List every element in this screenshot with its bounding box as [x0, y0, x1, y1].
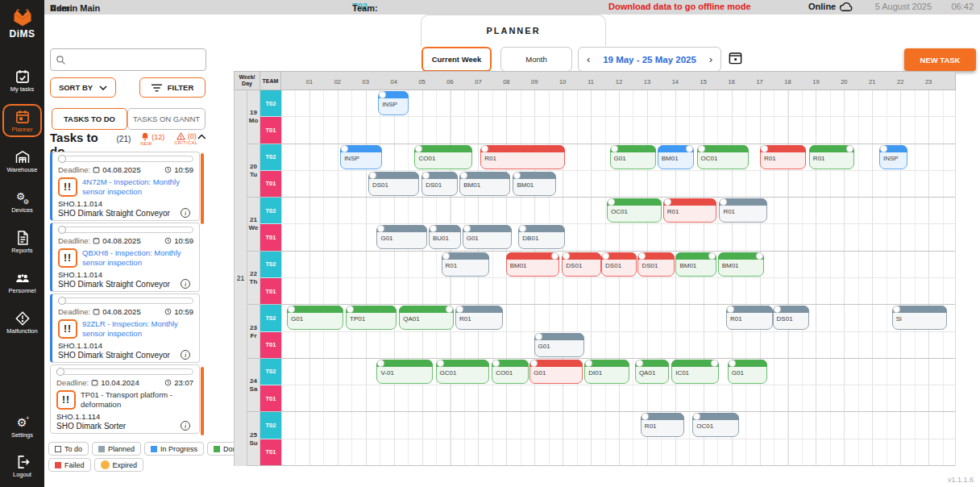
gantt-task-bar[interactable]: BU01	[429, 225, 461, 249]
task-knob[interactable]	[530, 360, 538, 367]
gantt-task-bar[interactable]: V-01	[376, 360, 433, 384]
task-title-link[interactable]: 4N72M - Inspection: Monthly sensor inspe…	[82, 177, 193, 197]
task-knob[interactable]	[377, 360, 384, 367]
team-cell[interactable]: T02	[260, 90, 281, 117]
next-week-icon[interactable]: ›	[709, 54, 712, 65]
task-knob[interactable]	[288, 306, 295, 313]
task-knob[interactable]	[846, 145, 853, 152]
sidebar-item-planner[interactable]: Planner	[2, 104, 42, 137]
card-slider[interactable]	[58, 298, 193, 304]
task-knob[interactable]	[774, 306, 781, 313]
task-knob[interactable]	[519, 225, 526, 232]
task-knob[interactable]	[693, 413, 700, 420]
team-cell[interactable]: T01	[260, 332, 281, 358]
task-knob[interactable]	[456, 306, 463, 313]
team-cell[interactable]: T02	[260, 198, 281, 224]
task-knob[interactable]	[551, 252, 559, 260]
task-title-link[interactable]: TP01 - Transport platform - deformation	[81, 390, 193, 410]
gantt-task-bar[interactable]: CO01	[414, 145, 471, 169]
gantt-task-bar[interactable]: R01	[760, 145, 806, 169]
gantt-task-bar[interactable]: OC01	[692, 413, 738, 437]
filter-button[interactable]: FILTER	[139, 77, 206, 98]
task-knob[interactable]	[698, 145, 705, 152]
task-knob[interactable]	[602, 252, 609, 260]
gantt-task-bar[interactable]: G01	[610, 145, 656, 169]
card-slider-knob[interactable]	[58, 155, 66, 163]
card-slider-knob[interactable]	[58, 226, 66, 234]
task-knob[interactable]	[347, 306, 354, 313]
team-cell[interactable]: T01	[260, 117, 281, 143]
task-knob[interactable]	[446, 306, 453, 313]
gantt-task-bar[interactable]: IC01	[671, 360, 719, 384]
gantt-task-bar[interactable]: DS01	[368, 172, 419, 196]
task-knob[interactable]	[638, 252, 646, 260]
gantt-task-bar[interactable]: Si	[892, 306, 947, 330]
task-knob[interactable]	[422, 172, 430, 179]
task-knob[interactable]	[608, 198, 615, 206]
gantt-task-bar[interactable]: G01	[728, 360, 767, 384]
task-knob[interactable]	[708, 252, 716, 260]
task-knob[interactable]	[642, 413, 649, 420]
info-icon[interactable]: i	[181, 279, 190, 289]
gantt-task-bar[interactable]: INSP	[340, 145, 382, 169]
gantt-task-bar[interactable]: OC01	[697, 145, 749, 169]
sidebar-item-malfunction[interactable]: Malfunction	[2, 306, 42, 339]
card-slider-knob[interactable]	[56, 368, 64, 376]
gantt-task-bar[interactable]: DS01	[421, 172, 458, 196]
info-icon[interactable]: i	[181, 350, 190, 360]
gantt-task-bar[interactable]: BM01	[675, 252, 716, 277]
task-knob[interactable]	[460, 172, 467, 179]
prev-week-icon[interactable]: ‹	[587, 54, 590, 65]
task-knob[interactable]	[585, 360, 592, 367]
gantt-task-bar[interactable]: GC01	[436, 360, 489, 384]
task-knob[interactable]	[727, 306, 734, 313]
gantt-task-bar[interactable]: DI01	[584, 360, 629, 384]
task-knob[interactable]	[481, 145, 488, 152]
task-knob[interactable]	[430, 225, 437, 232]
gantt-task-bar[interactable]: BM01	[506, 252, 559, 277]
gantt-task-bar[interactable]: R01	[455, 306, 503, 330]
gantt-task-bar[interactable]: INSP	[378, 91, 409, 115]
gantt-task-bar[interactable]: R01	[809, 145, 854, 169]
info-icon[interactable]: i	[181, 421, 190, 431]
task-knob[interactable]	[369, 172, 376, 179]
task-knob[interactable]	[513, 172, 521, 179]
gantt-task-bar[interactable]: QA01	[635, 360, 669, 384]
task-knob[interactable]	[437, 360, 444, 367]
sidebar-item-warehouse[interactable]: Warehouse	[2, 144, 42, 177]
task-knob[interactable]	[664, 198, 671, 206]
task-knob[interactable]	[377, 225, 384, 232]
collapse-chevron-icon[interactable]	[197, 134, 206, 139]
task-title-link[interactable]: 92ZLR - Inspection: Monthly sensor inspe…	[82, 319, 193, 339]
task-knob[interactable]	[415, 145, 422, 152]
sidebar-item-devices[interactable]: ⚙⚙Devices	[2, 185, 42, 218]
task-knob[interactable]	[711, 360, 718, 367]
team-cell[interactable]: T02	[260, 144, 281, 171]
gantt-task-bar[interactable]: R01	[641, 413, 684, 437]
team-cell[interactable]: T01	[260, 171, 281, 197]
task-knob[interactable]	[893, 306, 900, 313]
gantt-task-bar[interactable]: BM01	[513, 172, 556, 196]
team-cell[interactable]: T02	[260, 305, 281, 331]
task-knob[interactable]	[636, 360, 643, 367]
task-card[interactable]: Deadline:04.08.202510:59!!92ZLR - Inspec…	[50, 293, 200, 363]
tab-tasks-to-do[interactable]: TASKS TO DO	[52, 108, 127, 130]
task-knob[interactable]	[611, 145, 618, 152]
gantt-task-bar[interactable]: G01	[376, 225, 427, 249]
gantt-task-bar[interactable]: BM01	[658, 145, 694, 169]
gantt-task-bar[interactable]: G01	[534, 333, 585, 357]
scrollbar-thumb[interactable]	[201, 153, 204, 224]
gantt-task-bar[interactable]: G01	[529, 360, 583, 384]
sidebar-item-settings[interactable]: ⚙+Settings	[2, 410, 42, 443]
calendar-picker-icon[interactable]	[728, 50, 743, 65]
tab-planner[interactable]: PLANNER	[421, 15, 606, 46]
task-knob[interactable]	[463, 225, 471, 232]
team-cell[interactable]: T01	[260, 278, 281, 304]
gantt-task-bar[interactable]: DS01	[773, 306, 809, 330]
week-range[interactable]: 19 May - 25 May 2025	[603, 55, 696, 65]
sidebar-item-my-tasks[interactable]: My tasks	[2, 64, 42, 97]
gantt-task-bar[interactable]: OC01	[607, 198, 662, 223]
download-offline-link[interactable]: Download data to go offline mode	[608, 2, 751, 11]
gantt-task-bar[interactable]: R01	[442, 252, 489, 277]
card-slider[interactable]	[58, 156, 193, 162]
